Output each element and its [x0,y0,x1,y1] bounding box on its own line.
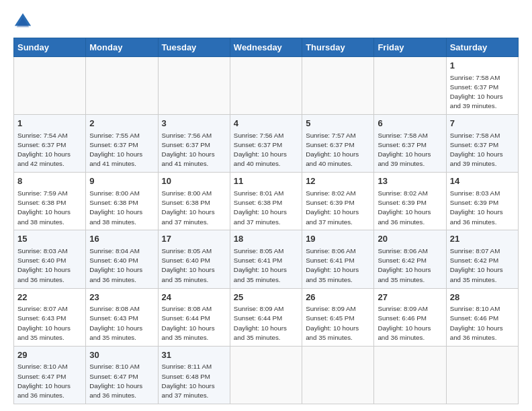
day-info: Sunrise: 8:01 AMSunset: 6:38 PMDaylight:… [234,189,287,226]
day-info: Sunrise: 8:06 AMSunset: 6:41 PMDaylight:… [306,247,359,283]
day-info: Sunrise: 8:09 AMSunset: 6:46 PMDaylight:… [378,305,431,341]
calendar-cell: 2 Sunrise: 7:55 AMSunset: 6:37 PMDayligh… [86,115,158,173]
day-number: 26 [306,291,370,304]
day-number: 18 [234,233,298,245]
day-number: 14 [450,175,515,187]
day-number: 30 [89,349,154,361]
calendar-header-row: SundayMondayTuesdayWednesdayThursdayFrid… [14,38,519,57]
day-number: 29 [17,349,82,361]
calendar-cell [158,57,230,115]
day-number: 23 [89,291,154,304]
calendar-cell: 27 Sunrise: 8:09 AMSunset: 6:46 PMDaylig… [374,288,446,346]
calendar-cell: 6 Sunrise: 7:58 AMSunset: 6:37 PMDayligh… [374,115,446,173]
calendar-cell: 18 Sunrise: 8:05 AMSunset: 6:41 PMDaylig… [230,230,302,288]
calendar-cell: 14 Sunrise: 8:03 AMSunset: 6:39 PMDaylig… [446,173,518,230]
calendar-cell: 5 Sunrise: 7:57 AMSunset: 6:37 PMDayligh… [302,115,374,173]
calendar-cell: 22 Sunrise: 8:07 AMSunset: 6:43 PMDaylig… [14,288,86,346]
calendar-cell: 16 Sunrise: 8:04 AMSunset: 6:40 PMDaylig… [86,230,158,288]
calendar-cell [230,57,302,115]
calendar-cell: 11 Sunrise: 8:01 AMSunset: 6:38 PMDaylig… [230,173,302,230]
day-number: 1 [17,118,82,130]
day-info: Sunrise: 8:05 AMSunset: 6:41 PMDaylight:… [234,247,287,283]
day-number: 15 [17,233,82,245]
day-number: 10 [162,175,226,187]
calendar-cell [374,57,446,115]
day-info: Sunrise: 7:55 AMSunset: 6:37 PMDaylight:… [89,132,142,168]
calendar-cell: 19 Sunrise: 8:06 AMSunset: 6:41 PMDaylig… [302,230,374,288]
calendar-week-row: 1 Sunrise: 7:58 AMSunset: 6:37 PMDayligh… [14,57,519,115]
day-number: 7 [450,118,515,130]
calendar-week-row: 22 Sunrise: 8:07 AMSunset: 6:43 PMDaylig… [14,288,519,346]
calendar-week-row: 1 Sunrise: 7:54 AMSunset: 6:37 PMDayligh… [14,115,519,173]
day-info: Sunrise: 7:59 AMSunset: 6:38 PMDaylight:… [17,189,71,226]
day-info: Sunrise: 8:10 AMSunset: 6:47 PMDaylight:… [17,363,71,399]
calendar-cell: 29 Sunrise: 8:10 AMSunset: 6:47 PMDaylig… [14,346,86,404]
page: SundayMondayTuesdayWednesdayThursdayFrid… [0,0,532,411]
day-info: Sunrise: 8:08 AMSunset: 6:43 PMDaylight:… [89,305,142,341]
day-number: 4 [234,118,298,130]
calendar-day-header: Tuesday [158,38,230,57]
day-number: 19 [306,233,370,245]
calendar-table: SundayMondayTuesdayWednesdayThursdayFrid… [13,38,519,404]
day-number: 12 [306,175,370,187]
day-info: Sunrise: 8:03 AMSunset: 6:40 PMDaylight:… [17,247,71,283]
day-info: Sunrise: 8:07 AMSunset: 6:42 PMDaylight:… [450,247,503,283]
calendar-cell [302,57,374,115]
header [13,12,519,31]
day-number: 8 [17,175,82,187]
day-number: 1 [450,60,515,72]
calendar-week-row: 15 Sunrise: 8:03 AMSunset: 6:40 PMDaylig… [14,230,519,288]
calendar-cell: 8 Sunrise: 7:59 AMSunset: 6:38 PMDayligh… [14,173,86,230]
day-number: 17 [162,233,226,245]
calendar-cell: 10 Sunrise: 8:00 AMSunset: 6:38 PMDaylig… [158,173,230,230]
day-number: 9 [89,175,154,187]
calendar-cell: 28 Sunrise: 8:10 AMSunset: 6:46 PMDaylig… [446,288,518,346]
calendar-cell [86,57,158,115]
day-number: 6 [378,118,442,130]
day-info: Sunrise: 8:04 AMSunset: 6:40 PMDaylight:… [89,247,142,283]
calendar-cell [374,346,446,404]
calendar-week-row: 29 Sunrise: 8:10 AMSunset: 6:47 PMDaylig… [14,346,519,404]
calendar-cell: 30 Sunrise: 8:10 AMSunset: 6:47 PMDaylig… [86,346,158,404]
calendar-cell: 26 Sunrise: 8:09 AMSunset: 6:45 PMDaylig… [302,288,374,346]
day-number: 16 [89,233,154,245]
day-number: 3 [162,118,226,130]
day-info: Sunrise: 7:58 AMSunset: 6:37 PMDaylight:… [378,132,431,168]
day-info: Sunrise: 7:56 AMSunset: 6:37 PMDaylight:… [234,132,287,168]
calendar-cell [446,346,518,404]
calendar-cell: 20 Sunrise: 8:06 AMSunset: 6:42 PMDaylig… [374,230,446,288]
logo-icon [13,12,32,31]
day-number: 25 [234,291,298,304]
day-info: Sunrise: 8:03 AMSunset: 6:39 PMDaylight:… [450,189,503,226]
calendar-week-row: 8 Sunrise: 7:59 AMSunset: 6:38 PMDayligh… [14,173,519,230]
calendar-cell [14,57,86,115]
day-number: 22 [17,291,82,304]
day-number: 24 [162,291,226,304]
day-info: Sunrise: 7:54 AMSunset: 6:37 PMDaylight:… [17,132,71,168]
calendar-cell: 7 Sunrise: 7:58 AMSunset: 6:37 PMDayligh… [446,115,518,173]
day-number: 31 [162,349,226,361]
day-info: Sunrise: 7:58 AMSunset: 6:37 PMDaylight:… [450,74,503,110]
calendar-cell: 3 Sunrise: 7:56 AMSunset: 6:37 PMDayligh… [158,115,230,173]
day-number: 28 [450,291,515,304]
calendar-day-header: Wednesday [230,38,302,57]
calendar-cell: 23 Sunrise: 8:08 AMSunset: 6:43 PMDaylig… [86,288,158,346]
calendar-day-header: Thursday [302,38,374,57]
day-info: Sunrise: 7:57 AMSunset: 6:37 PMDaylight:… [306,132,359,168]
logo [13,12,35,31]
day-info: Sunrise: 8:10 AMSunset: 6:46 PMDaylight:… [450,305,503,341]
day-number: 2 [89,118,154,130]
day-number: 5 [306,118,370,130]
day-info: Sunrise: 8:06 AMSunset: 6:42 PMDaylight:… [378,247,431,283]
day-info: Sunrise: 8:02 AMSunset: 6:39 PMDaylight:… [378,189,431,226]
calendar-cell: 15 Sunrise: 8:03 AMSunset: 6:40 PMDaylig… [14,230,86,288]
day-info: Sunrise: 8:00 AMSunset: 6:38 PMDaylight:… [89,189,142,226]
calendar-cell: 24 Sunrise: 8:08 AMSunset: 6:44 PMDaylig… [158,288,230,346]
calendar-cell: 13 Sunrise: 8:02 AMSunset: 6:39 PMDaylig… [374,173,446,230]
day-info: Sunrise: 8:08 AMSunset: 6:44 PMDaylight:… [162,305,215,341]
calendar-cell: 1 Sunrise: 7:58 AMSunset: 6:37 PMDayligh… [446,57,518,115]
calendar-cell: 9 Sunrise: 8:00 AMSunset: 6:38 PMDayligh… [86,173,158,230]
calendar-cell: 25 Sunrise: 8:09 AMSunset: 6:44 PMDaylig… [230,288,302,346]
calendar-cell: 31 Sunrise: 8:11 AMSunset: 6:48 PMDaylig… [158,346,230,404]
day-info: Sunrise: 7:56 AMSunset: 6:37 PMDaylight:… [162,132,215,168]
